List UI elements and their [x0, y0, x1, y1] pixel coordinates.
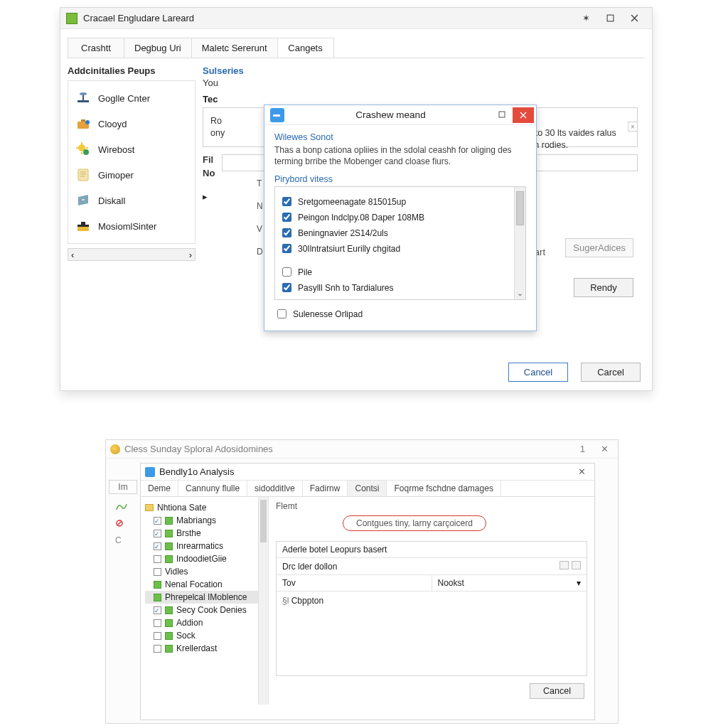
tree-11-check[interactable] [154, 645, 161, 653]
tree-0[interactable]: Nhtiona Sate [145, 501, 267, 514]
option-3-checkbox[interactable] [282, 244, 291, 253]
titlebar: Cracael Engludare Lareard ✶ [60, 8, 652, 29]
sidebar-item-2[interactable]: Wirebost [71, 136, 192, 162]
bottom-option-checkbox[interactable] [277, 309, 287, 318]
data-group: Aderle botel Leopurs basert Drc lder dol… [276, 541, 587, 676]
clear-icon[interactable]: × [628, 122, 638, 132]
atab-3[interactable]: Fadirnw [303, 481, 348, 496]
tree-2[interactable]: Brsthe [145, 527, 267, 540]
option-0[interactable]: Sretgomeenagate 815015up [279, 195, 521, 208]
tree-1-check[interactable] [154, 517, 161, 525]
scroll-down-icon[interactable]: ⌄ [515, 289, 525, 298]
analysis-close-button[interactable]: ✕ [573, 466, 590, 477]
atab-5[interactable]: Foqrme fschdne damages [387, 481, 500, 496]
callout-highlight: Contgues tiny, larny carçoicerd [343, 515, 486, 531]
tree-9[interactable]: Addion [145, 616, 267, 629]
option-4-checkbox[interactable] [282, 267, 291, 277]
option-0-label: Sretgomeenagate 815015up [298, 197, 406, 207]
options-scrollbar[interactable]: ⌄ [514, 187, 525, 299]
tree-8-check[interactable] [154, 606, 161, 614]
sidebar-item-1[interactable]: Clooyd [71, 111, 192, 136]
options-listbox[interactable]: Sretgomeenagate 815015up Peingon lndclpy… [274, 186, 526, 300]
sidebar-scrollbar[interactable]: ‹ › [68, 248, 196, 261]
dialog-titlebar: Crashew meand [264, 105, 536, 125]
sidebar-item-5[interactable]: MosiomlSinter [71, 213, 192, 239]
tool-1-icon[interactable] [115, 501, 128, 511]
tree-10[interactable]: Sock [145, 629, 267, 642]
svg-rect-4 [81, 119, 85, 122]
mini-button-2[interactable] [572, 561, 581, 569]
tree-11[interactable]: Krellerdast [145, 642, 267, 655]
atab-4[interactable]: Contsi [348, 481, 387, 496]
tree-3-check[interactable] [154, 542, 161, 550]
sidebar-item-4[interactable]: Diskall [71, 188, 192, 213]
window-title: Cracael Engludare Lareard [83, 13, 194, 23]
tab-2[interactable]: Maletc Sererunt [191, 38, 278, 58]
dialog-paragraph: Thas a bonp cationa opliies in the sdola… [274, 144, 526, 167]
play-icon[interactable]: ▸ [203, 191, 208, 202]
option-2-checkbox[interactable] [282, 228, 291, 237]
disk-icon [75, 193, 91, 208]
left-toolbar: Im C [109, 461, 134, 545]
option-0-checkbox[interactable] [282, 197, 291, 206]
close-button[interactable] [622, 11, 646, 26]
tree-6[interactable]: Nenal Focation [145, 578, 267, 591]
option-1[interactable]: Peingon lndclpy.08 Daper 108MB [279, 210, 521, 224]
category-tree[interactable]: Nhtiona Sate Mabriangs Brsthe Inrearmati… [141, 497, 269, 705]
tree-4[interactable]: IndoodietGiie [145, 552, 267, 565]
option-2[interactable]: Beningnavier 2S14/2uls [279, 226, 521, 240]
tree-8-label: Secy Cook Denies [176, 605, 247, 615]
tree-7[interactable]: Phrepelcal IMoblence [145, 591, 267, 604]
body-item[interactable]: Cbppton [291, 596, 323, 606]
tree-2-check[interactable] [154, 530, 161, 537]
dialog-close-button[interactable] [513, 107, 534, 123]
tree-10-check[interactable] [154, 632, 161, 640]
col2-header[interactable]: Nookst▾ [432, 575, 587, 591]
tree-8[interactable]: Secy Cook Denies [145, 604, 267, 616]
atab-2[interactable]: sidodditlve [247, 481, 303, 496]
col1-header[interactable]: Tov [277, 575, 432, 591]
cancel-button[interactable]: Cancel [508, 363, 568, 382]
rendy-button[interactable]: Rendy [574, 278, 633, 297]
dropdown-icon[interactable]: ▾ [577, 578, 581, 588]
tree-5[interactable]: Vidles [145, 565, 267, 578]
tree-1[interactable]: Mabriangs [145, 514, 267, 527]
maximize-button[interactable] [598, 11, 622, 26]
im-button[interactable]: Im [109, 480, 136, 494]
suger-button[interactable]: SugerAdices [565, 238, 633, 257]
sidebar-item-3[interactable]: Gimoper [71, 162, 192, 188]
option-5-checkbox[interactable] [282, 283, 291, 292]
tree-scrollbar[interactable] [258, 497, 268, 705]
atab-0[interactable]: Deme [141, 481, 178, 496]
option-1-checkbox[interactable] [282, 213, 291, 222]
sidebar-item-0[interactable]: Goglle Cnter [71, 85, 192, 111]
dialog-subhead-1: Wilewes Sonot [274, 132, 526, 142]
carcel-button[interactable]: Carcel [581, 363, 641, 382]
tool-3-icon[interactable]: C [115, 535, 128, 545]
tree-5-check[interactable] [154, 568, 161, 576]
dialog-maximize-button[interactable] [491, 109, 513, 120]
tool-2-icon[interactable] [115, 518, 128, 528]
option-3[interactable]: 30Ilntratsiurt Eurilly chgitad [279, 242, 521, 255]
bottom-option[interactable]: Sulenesse Orlipad [274, 307, 526, 321]
tree-3[interactable]: Inrearmatics [145, 540, 267, 552]
option-5[interactable]: Pasylll Snh to Tardialures [279, 281, 521, 294]
pin-icon[interactable]: ✶ [574, 11, 598, 26]
secondary-close-button[interactable]: ✕ [595, 444, 614, 454]
tab-0[interactable]: Crashtt [68, 38, 124, 58]
svg-rect-1 [77, 100, 89, 102]
mini-button-1[interactable] [560, 561, 569, 569]
group-body[interactable]: §l Cbppton [277, 592, 587, 675]
toolbox-icon [75, 218, 91, 234]
scroll-right-icon[interactable]: › [189, 250, 192, 260]
tab-1[interactable]: Degbug Uri [124, 38, 192, 58]
analysis-cancel-button[interactable]: Cancel [530, 683, 584, 699]
tree-4-check[interactable] [154, 555, 161, 563]
scroll-left-icon[interactable]: ‹ [71, 250, 74, 260]
bottom-option-label: Sulenesse Orlipad [293, 309, 363, 319]
option-4[interactable]: Pile [279, 265, 521, 279]
tab-3[interactable]: Cangets [277, 38, 334, 58]
tree-9-check[interactable] [154, 619, 161, 627]
atab-1[interactable]: Cannuny flulle [178, 481, 247, 496]
secondary-title: Cless Sunday Sploral Adosidomines [124, 444, 273, 454]
